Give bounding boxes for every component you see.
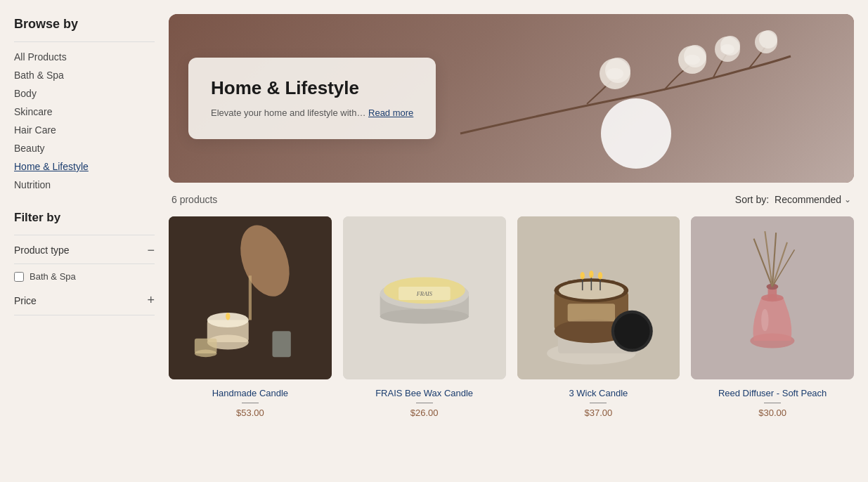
sidebar-item-nutrition[interactable]: Nutrition	[14, 178, 155, 191]
product-price-3-wick-candle: $37.00	[517, 408, 680, 418]
sidebar-link-hair-care[interactable]: Hair Care	[14, 124, 56, 136]
sidebar-item-skincare[interactable]: Skincare	[14, 105, 155, 118]
product-name-handmade-candle: Handmade Candle	[169, 388, 332, 398]
bath-spa-filter-option: Bath & Spa	[14, 271, 155, 282]
price-filter-group: Price +	[14, 293, 155, 315]
sort-value: Recommended	[775, 194, 841, 205]
svg-point-45	[614, 313, 649, 349]
product-name-reed-diffuser: Reed Diffuser - Soft Peach	[691, 388, 854, 398]
svg-point-56	[761, 309, 769, 332]
svg-text:FRAIS: FRAIS	[415, 290, 432, 297]
svg-point-43	[597, 272, 602, 280]
svg-point-20	[226, 313, 230, 320]
product-card-reed-diffuser[interactable]: Reed Diffuser - Soft Peach $30.00	[691, 216, 854, 418]
sidebar-link-home-lifestyle[interactable]: Home & Lifestyle	[14, 161, 89, 172]
svg-point-41	[580, 272, 584, 280]
products-count: 6 products	[171, 194, 217, 205]
price-filter-toggle-icon[interactable]: +	[147, 293, 155, 308]
svg-point-7	[759, 30, 777, 48]
product-divider-3-wick	[590, 403, 607, 403]
main-content: Home & Lifestyle Elevate your home and l…	[169, 14, 854, 468]
bath-spa-filter-label[interactable]: Bath & Spa	[30, 271, 76, 282]
svg-rect-17	[272, 331, 290, 357]
svg-rect-19	[195, 339, 217, 353]
product-divider-reed-diffuser	[764, 403, 781, 403]
sort-control[interactable]: Sort by: Recommended ⌄	[735, 194, 851, 205]
product-type-header[interactable]: Product type −	[14, 244, 155, 256]
svg-point-10	[720, 44, 734, 54]
product-card-handmade-candle[interactable]: Handmade Candle $53.00	[169, 216, 332, 418]
sidebar-item-hair-care[interactable]: Hair Care	[14, 124, 155, 136]
product-price-reed-diffuser: $30.00	[691, 408, 854, 418]
hero-read-more-link[interactable]: Read more	[368, 108, 413, 118]
product-image-reed-diffuser	[691, 216, 854, 379]
hero-card: Home & Lifestyle Elevate your home and l…	[188, 58, 436, 140]
sidebar-link-bath-spa[interactable]: Bath & Spa	[14, 70, 64, 81]
product-image-handmade-candle	[169, 216, 332, 379]
hero-description-text: Elevate your home and lifestyle with…	[211, 108, 365, 118]
sidebar-link-nutrition[interactable]: Nutrition	[14, 179, 51, 190]
filter-divider	[14, 235, 155, 235]
product-divider-handmade-candle	[242, 403, 259, 403]
svg-rect-16	[249, 275, 252, 320]
hero-circle-decoration	[601, 98, 671, 169]
product-divider-frais-bee-wax	[416, 403, 433, 403]
svg-point-9	[685, 55, 700, 65]
product-name-3-wick-candle: 3 Wick Candle	[517, 388, 680, 398]
sidebar-link-all-products[interactable]: All Products	[14, 51, 67, 63]
products-toolbar: 6 products Sort by: Recommended ⌄	[169, 194, 854, 205]
sidebar-nav: All Products Bath & Spa Body Skincare Ha…	[14, 51, 155, 191]
product-image-frais-bee-wax: FRAIS	[343, 216, 506, 379]
products-grid: Handmade Candle $53.00	[169, 216, 854, 418]
price-filter-label: Price	[14, 295, 37, 306]
price-divider	[14, 315, 155, 315]
sidebar-link-beauty[interactable]: Beauty	[14, 143, 45, 154]
sidebar-item-bath-spa[interactable]: Bath & Spa	[14, 69, 155, 82]
product-type-divider	[14, 263, 155, 264]
product-type-filter-group: Product type − Bath & Spa	[14, 244, 155, 282]
sidebar-link-skincare[interactable]: Skincare	[14, 106, 52, 117]
hero-title: Home & Lifestyle	[211, 77, 413, 99]
svg-point-42	[589, 271, 593, 278]
product-image-3-wick	[517, 216, 680, 379]
sidebar-item-all-products[interactable]: All Products	[14, 51, 155, 63]
hero-banner: Home & Lifestyle Elevate your home and l…	[169, 14, 854, 183]
hero-description: Elevate your home and lifestyle with… Re…	[211, 106, 413, 120]
svg-point-8	[607, 68, 623, 79]
sidebar-link-body[interactable]: Body	[14, 88, 37, 99]
product-name-frais-bee-wax: FRAIS Bee Wax Candle	[343, 388, 506, 398]
browse-by-heading: Browse by	[14, 17, 155, 32]
product-type-toggle-icon[interactable]: −	[147, 244, 155, 256]
sidebar-item-body[interactable]: Body	[14, 87, 155, 100]
price-filter-header[interactable]: Price +	[14, 293, 155, 308]
svg-point-24	[380, 309, 468, 324]
product-type-label: Product type	[14, 245, 70, 256]
sort-label: Sort by:	[735, 194, 769, 205]
sidebar-item-beauty[interactable]: Beauty	[14, 142, 155, 155]
sidebar-nav-divider	[14, 41, 155, 42]
product-card-3-wick-candle[interactable]: 3 Wick Candle $37.00	[517, 216, 680, 418]
product-price-handmade-candle: $53.00	[169, 408, 332, 418]
product-price-frais-bee-wax: $26.00	[343, 408, 506, 418]
sidebar: Browse by All Products Bath & Spa Body S…	[14, 14, 155, 468]
chevron-down-icon: ⌄	[844, 195, 851, 204]
sidebar-item-home-lifestyle[interactable]: Home & Lifestyle	[14, 160, 155, 173]
filter-by-heading: Filter by	[14, 211, 155, 225]
product-card-frais-bee-wax[interactable]: FRAIS FRAIS Bee Wax Candle $26.00	[343, 216, 506, 418]
bath-spa-checkbox[interactable]	[14, 272, 24, 282]
svg-rect-36	[567, 304, 614, 321]
